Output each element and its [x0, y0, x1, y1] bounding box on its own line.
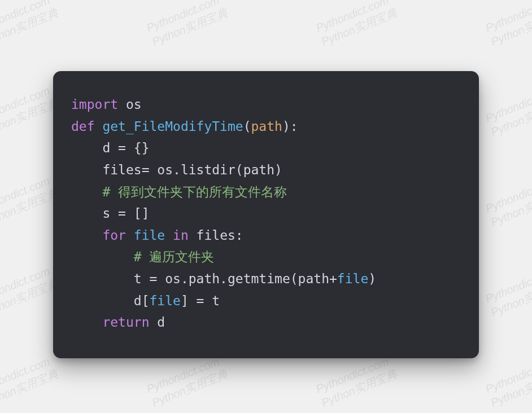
dict-literal: {} [134, 140, 150, 155]
param-path: path [251, 119, 282, 134]
keyword-return: return [102, 315, 149, 329]
watermark: Pythondict.comPython实用宝典 [0, 353, 60, 410]
var-t: t [134, 271, 142, 286]
assign-op: = [142, 162, 158, 177]
watermark: Pythondict.comPython实用宝典 [483, 262, 532, 320]
arg-path: path [243, 162, 274, 177]
watermark: Pythondict.comPython实用宝典 [483, 353, 532, 410]
keyword-for: for [102, 228, 126, 243]
function-name: get_FileModifyTime [102, 119, 243, 134]
comment-line-2: # 遍历文件夹 [134, 249, 215, 264]
watermark: Pythondict.comPython实用宝典 [0, 172, 60, 230]
watermark: Pythondict.comPython实用宝典 [483, 82, 532, 139]
code-card: import os def get_FileModifyTime(path): … [53, 71, 479, 358]
return-value: d [157, 315, 165, 329]
watermark: Pythondict.comPython实用宝典 [144, 353, 229, 410]
assign-op: = [110, 140, 134, 155]
call-listdir: os.listdir( [157, 162, 243, 177]
arg-path: path [298, 271, 329, 286]
var-s: s [102, 206, 110, 221]
module-os: os [126, 97, 142, 112]
paren-close: ) [368, 271, 376, 286]
call-getmtime: os.path.getmtime( [165, 271, 298, 286]
paren-close: ) [274, 162, 282, 177]
watermark: Pythondict.comPython实用宝典 [483, 172, 532, 230]
watermark: Pythondict.comPython实用宝典 [144, 0, 229, 49]
watermark: Pythondict.comPython实用宝典 [313, 0, 399, 49]
var-d: d [102, 140, 110, 155]
watermark: Pythondict.comPython实用宝典 [313, 353, 399, 410]
arg-file: file [337, 271, 368, 286]
keyword-in: in [173, 228, 189, 243]
assign-op: = [142, 271, 165, 286]
assign-op: = [110, 206, 134, 221]
d-index-close: ] [181, 293, 189, 308]
d-index-open: d[ [134, 293, 150, 308]
assign-op: = [189, 293, 212, 308]
paren-open: ( [243, 119, 251, 134]
rhs-t: t [212, 293, 220, 308]
watermark: Pythondict.comPython实用宝典 [0, 262, 60, 320]
colon: : [236, 228, 243, 243]
list-literal: [] [134, 206, 150, 221]
var-files: files [102, 162, 141, 177]
keyword-import: import [71, 97, 118, 112]
comment-line-1: # 得到文件夹下的所有文件名称 [102, 184, 287, 199]
d-key-file: file [149, 293, 180, 308]
loop-var-file: file [134, 228, 165, 243]
op-plus: + [329, 271, 337, 286]
paren-close-colon: ): [282, 119, 298, 134]
watermark: Pythondict.comPython实用宝典 [0, 82, 60, 139]
keyword-def: def [71, 119, 95, 134]
code-block: import os def get_FileModifyTime(path): … [71, 94, 461, 333]
loop-iter-files: files [197, 228, 236, 243]
watermark: Pythondict.comPython实用宝典 [483, 0, 532, 49]
watermark: Pythondict.comPython实用宝典 [0, 0, 60, 49]
